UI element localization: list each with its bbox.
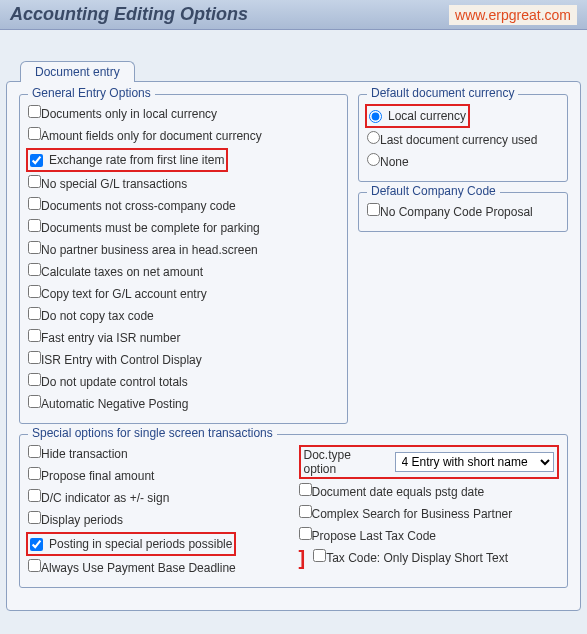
doctype-label: Doc.type option [304, 448, 387, 476]
checkbox[interactable] [28, 219, 41, 232]
checkbox[interactable] [28, 373, 41, 386]
option-row: Document date equals pstg date [299, 481, 560, 503]
tab-document-entry[interactable]: Document entry [20, 61, 135, 82]
checkbox[interactable] [28, 511, 41, 524]
option-row: Local currency [367, 103, 559, 129]
option-label: Automatic Negative Posting [41, 397, 188, 411]
option-row: None [367, 151, 559, 173]
option-label: None [380, 155, 409, 169]
option-row: Exchange rate from first line item [28, 147, 339, 173]
checkbox[interactable] [299, 505, 312, 518]
radio[interactable] [367, 131, 380, 144]
option-row: No special G/L transactions [28, 173, 339, 195]
option-row: Automatic Negative Posting [28, 393, 339, 415]
option-row: ISR Entry with Control Display [28, 349, 339, 371]
option-label: Propose Last Tax Code [312, 529, 437, 543]
group-special-options: Special options for single screen transa… [19, 434, 568, 588]
option-label: Documents must be complete for parking [41, 221, 260, 235]
group-default-currency: Default document currency Local currency… [358, 94, 568, 182]
bracket-icon: ] [299, 549, 308, 567]
group-general-entry: General Entry Options Documents only in … [19, 94, 348, 424]
option-label: Posting in special periods possible [49, 535, 232, 553]
checkbox[interactable] [28, 307, 41, 320]
checkbox[interactable] [28, 105, 41, 118]
option-row: Calculate taxes on net amount [28, 261, 339, 283]
option-label: Fast entry via ISR number [41, 331, 180, 345]
option-row: Do not copy tax code [28, 305, 339, 327]
checkbox[interactable] [28, 445, 41, 458]
group-legend: Special options for single screen transa… [28, 426, 277, 440]
checkbox[interactable] [28, 127, 41, 140]
tab-panel: General Entry Options Documents only in … [6, 81, 581, 611]
option-label: ISR Entry with Control Display [41, 353, 202, 367]
title-bar: Accounting Editing Options www.erpgreat.… [0, 0, 587, 30]
radio[interactable] [367, 153, 380, 166]
checkbox[interactable] [313, 549, 326, 562]
option-label: No Company Code Proposal [380, 205, 533, 219]
option-label: Documents only in local currency [41, 107, 217, 121]
option-label: Complex Search for Business Partner [312, 507, 513, 521]
option-label: Copy text for G/L account entry [41, 287, 207, 301]
option-row: Posting in special periods possible [28, 531, 289, 557]
checkbox[interactable] [28, 241, 41, 254]
option-label: Tax Code: Only Display Short Text [326, 551, 508, 565]
option-row: Display periods [28, 509, 289, 531]
option-label: Hide transaction [41, 447, 128, 461]
checkbox[interactable] [299, 527, 312, 540]
option-row: Complex Search for Business Partner [299, 503, 560, 525]
checkbox[interactable] [28, 329, 41, 342]
option-row: Propose final amount [28, 465, 289, 487]
checkbox[interactable] [28, 395, 41, 408]
checkbox[interactable] [367, 203, 380, 216]
tab-row: Document entry [0, 60, 587, 81]
option-row: Amount fields only for document currency [28, 125, 339, 147]
option-label: Calculate taxes on net amount [41, 265, 203, 279]
checkbox[interactable] [28, 351, 41, 364]
checkbox[interactable] [28, 285, 41, 298]
option-label: Propose final amount [41, 469, 154, 483]
option-label: Documents not cross-company code [41, 199, 236, 213]
checkbox[interactable] [28, 559, 41, 572]
group-legend: Default document currency [367, 86, 518, 100]
checkbox[interactable] [30, 154, 43, 167]
page-title: Accounting Editing Options [10, 4, 248, 25]
option-row: ]Tax Code: Only Display Short Text [299, 547, 560, 569]
option-label: No special G/L transactions [41, 177, 187, 191]
checkbox[interactable] [28, 197, 41, 210]
option-label: Document date equals pstg date [312, 485, 485, 499]
option-label: Do not update control totals [41, 375, 188, 389]
option-label: Do not copy tax code [41, 309, 154, 323]
option-row: No partner business area in head.screen [28, 239, 339, 261]
doctype-select[interactable]: 4 Entry with short name [395, 452, 554, 472]
option-label: Exchange rate from first line item [49, 151, 224, 169]
option-label: Local currency [388, 107, 466, 125]
option-row: No Company Code Proposal [367, 201, 559, 223]
option-label: Display periods [41, 513, 123, 527]
group-legend: Default Company Code [367, 184, 500, 198]
option-row: Copy text for G/L account entry [28, 283, 339, 305]
option-row: Fast entry via ISR number [28, 327, 339, 349]
option-row: Always Use Payment Base Deadline [28, 557, 289, 579]
option-label: D/C indicator as +/- sign [41, 491, 169, 505]
option-row: Documents only in local currency [28, 103, 339, 125]
radio[interactable] [369, 110, 382, 123]
option-label: Always Use Payment Base Deadline [41, 561, 236, 575]
option-row: Documents must be complete for parking [28, 217, 339, 239]
checkbox[interactable] [28, 175, 41, 188]
option-row: D/C indicator as +/- sign [28, 487, 289, 509]
group-legend: General Entry Options [28, 86, 155, 100]
checkbox[interactable] [30, 538, 43, 551]
option-row: Last document currency used [367, 129, 559, 151]
option-row: Propose Last Tax Code [299, 525, 560, 547]
option-label: Amount fields only for document currency [41, 129, 262, 143]
option-row: Do not update control totals [28, 371, 339, 393]
option-row: Hide transaction [28, 443, 289, 465]
checkbox[interactable] [28, 467, 41, 480]
doctype-row: Doc.type option4 Entry with short name [299, 443, 560, 481]
option-label: No partner business area in head.screen [41, 243, 258, 257]
checkbox[interactable] [28, 489, 41, 502]
watermark: www.erpgreat.com [449, 5, 577, 25]
checkbox[interactable] [299, 483, 312, 496]
checkbox[interactable] [28, 263, 41, 276]
group-default-company-code: Default Company Code No Company Code Pro… [358, 192, 568, 232]
